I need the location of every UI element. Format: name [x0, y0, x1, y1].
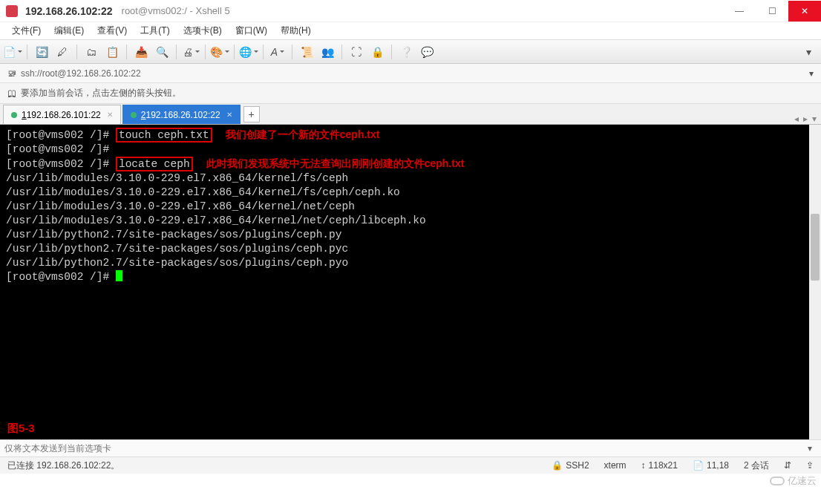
toolbar-separator	[292, 45, 292, 59]
terminal-output: /usr/lib/modules/3.10.0-229.el7.x86_64/k…	[6, 214, 815, 228]
window-buttons: — ☐ ✕	[723, 1, 821, 22]
toolbar: 📄 🔄 🖊 🗂 📋 📥 🔍 🖨 🎨 🌐 A 📜 👥 ⛶ 🔒 ❔ 💬 ▾	[0, 40, 821, 64]
app-icon	[6, 5, 18, 17]
cmd-highlight: locate ceph	[116, 157, 193, 171]
tab-next-button[interactable]: ▸	[803, 114, 808, 124]
users-button[interactable]: 👥	[319, 44, 336, 60]
terminal-output: /usr/lib/python2.7/site-packages/sos/plu…	[6, 242, 815, 256]
status-term: xterm	[604, 460, 627, 471]
tab-label: 192.168.26.102:22	[145, 110, 220, 120]
close-button[interactable]: ✕	[788, 1, 821, 22]
toolbar-separator	[391, 45, 392, 59]
address-overflow-button[interactable]: ▾	[809, 68, 814, 79]
toolbar-separator	[205, 45, 206, 59]
toolbar-separator	[263, 45, 264, 59]
titlebar: 192.168.26.102:22 root@vms002:/ - Xshell…	[0, 0, 821, 22]
terminal-wrapper: [root@vms002 /]# touch ceph.txt我们创建了一个新的…	[0, 125, 821, 439]
help-button[interactable]: ❔	[398, 44, 414, 60]
copy-button[interactable]: 📋	[104, 44, 120, 60]
address-url[interactable]: ssh://root@192.168.26.102:22	[21, 68, 141, 79]
toolbar-separator	[341, 45, 342, 59]
terminal-scrollbar[interactable]	[809, 125, 821, 439]
tab-label: 192.168.26.101:22	[27, 110, 101, 120]
menu-file[interactable]: 文件(F)	[6, 23, 47, 39]
address-bar: 🖳 ssh://root@192.168.26.102:22 ▾	[0, 64, 821, 83]
script-button[interactable]: 📜	[298, 44, 315, 60]
tab-accel: 1	[22, 110, 27, 120]
menubar: 文件(F) 编辑(E) 查看(V) 工具(T) 选项卡(B) 窗口(W) 帮助(…	[0, 22, 821, 40]
feedback-button[interactable]: 💬	[419, 44, 435, 60]
terminal-output: /usr/lib/modules/3.10.0-229.el7.x86_64/k…	[6, 171, 815, 186]
menu-window[interactable]: 窗口(W)	[229, 23, 273, 39]
toolbar-separator	[234, 45, 235, 59]
status-connection: 已连接 192.168.26.102:22。	[7, 459, 120, 472]
cursor-block-icon	[116, 270, 122, 281]
tab-accel: 2	[141, 110, 146, 120]
lock-icon: 🔒	[552, 460, 563, 471]
status-bar: 已连接 192.168.26.102:22。 🔒SSH2 xterm ↕ 118…	[0, 457, 821, 474]
session-tab-2[interactable]: 2 192.168.26.102:22 ✕	[122, 105, 241, 124]
watermark: 亿速云	[770, 474, 817, 488]
lock-button[interactable]: 🔒	[369, 44, 385, 60]
toolbar-separator	[76, 45, 77, 59]
tab-nav-arrows: ◂ ▸ ▾	[794, 114, 817, 124]
toolbar-separator	[176, 45, 177, 59]
session-tab-1[interactable]: 1 192.168.26.101:22 ✕	[3, 105, 121, 124]
send-input[interactable]	[4, 443, 803, 454]
tab-strip: 1 192.168.26.101:22 ✕ 2 192.168.26.102:2…	[0, 104, 821, 125]
status-size: ↕ 118x21	[641, 460, 678, 471]
menu-view[interactable]: 查看(V)	[91, 23, 133, 39]
prompt: [root@vms002 /]#	[6, 271, 116, 283]
send-input-bar: ▾	[0, 439, 821, 457]
fullscreen-button[interactable]: ⛶	[348, 44, 364, 60]
menu-help[interactable]: 帮助(H)	[275, 23, 317, 39]
window-title-sub: root@vms002:/ - Xshell 5	[122, 5, 230, 16]
info-bar: 🕮 要添加当前会话，点击左侧的箭头按钮。	[0, 83, 821, 104]
new-session-button[interactable]: 📄	[4, 44, 21, 60]
prompt: [root@vms002 /]#	[6, 158, 116, 170]
add-tab-button[interactable]: +	[243, 106, 260, 122]
terminal-output: /usr/lib/python2.7/site-packages/sos/plu…	[6, 256, 815, 270]
status-dot-connected-icon	[131, 112, 137, 118]
doc-icon: 📄	[693, 460, 704, 471]
scrollbar-thumb[interactable]	[811, 214, 820, 281]
reconnect-button[interactable]: 🔄	[33, 44, 50, 60]
find-button[interactable]: 🔍	[154, 44, 170, 60]
menu-tabs[interactable]: 选项卡(B)	[177, 23, 228, 39]
prompt: [root@vms002 /]#	[6, 129, 116, 141]
terminal-output: /usr/lib/modules/3.10.0-229.el7.x86_64/k…	[6, 186, 815, 200]
minimize-button[interactable]: —	[723, 1, 756, 22]
print-button[interactable]: 🖨	[183, 44, 199, 60]
toolbar-separator	[27, 45, 27, 59]
properties-button[interactable]: 🗂	[83, 44, 99, 60]
disconnect-button[interactable]: 🖊	[54, 44, 71, 60]
toolbar-overflow-button[interactable]: ▾	[800, 44, 817, 60]
annotation: 此时我们发现系统中无法查询出刚刚创建的文件ceph.txt	[206, 157, 465, 169]
status-sessions: 2 会话	[744, 459, 769, 472]
paste-button[interactable]: 📥	[133, 44, 149, 60]
tab-prev-button[interactable]: ◂	[794, 114, 799, 124]
bookmark-arrow-icon[interactable]: 🕮	[7, 88, 16, 99]
terminal[interactable]: [root@vms002 /]# touch ceph.txt我们创建了一个新的…	[0, 125, 821, 439]
status-protocol: 🔒SSH2	[552, 460, 589, 471]
figure-label: 图5-3	[7, 421, 35, 435]
color-scheme-button[interactable]: 🎨	[212, 44, 228, 60]
tab-close-icon[interactable]: ✕	[226, 111, 232, 119]
address-icon: 🖳	[7, 68, 16, 79]
status-cursor: 📄 11,18	[693, 460, 729, 471]
menu-edit[interactable]: 编辑(E)	[48, 23, 90, 39]
watermark-text: 亿速云	[788, 474, 817, 488]
watermark-logo-icon	[770, 477, 785, 485]
maximize-button[interactable]: ☐	[756, 1, 788, 22]
terminal-output: /usr/lib/modules/3.10.0-229.el7.x86_64/k…	[6, 200, 815, 214]
send-mode-dropdown[interactable]: ▾	[803, 443, 817, 454]
encoding-button[interactable]: 🌐	[241, 44, 257, 60]
tab-close-icon[interactable]: ✕	[107, 111, 113, 119]
terminal-output: /usr/lib/python2.7/site-packages/sos/plu…	[6, 228, 815, 242]
font-button[interactable]: A	[269, 44, 286, 60]
sessions-arrows-icon[interactable]: ⇵	[784, 460, 791, 471]
tab-list-button[interactable]: ▾	[812, 114, 817, 124]
cmd-highlight: touch ceph.txt	[116, 128, 212, 143]
toolbar-separator	[126, 45, 127, 59]
menu-tools[interactable]: 工具(T)	[134, 23, 175, 39]
